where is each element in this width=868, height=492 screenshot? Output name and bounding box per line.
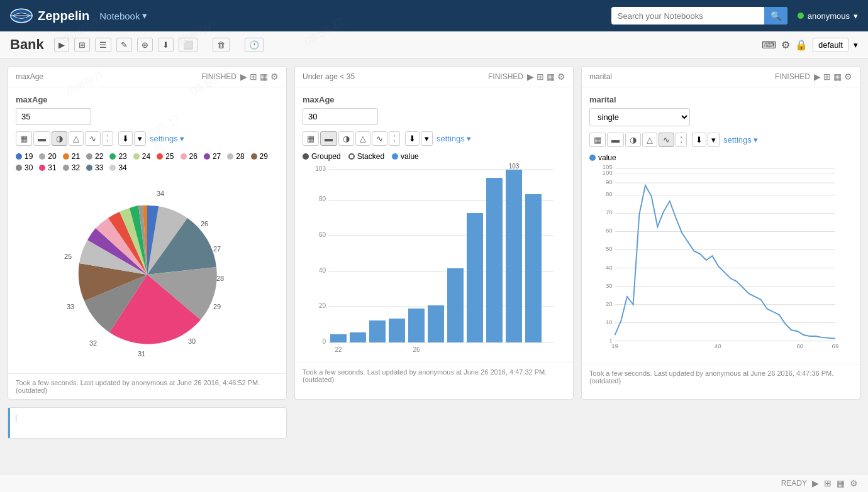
ct1-area[interactable]: △: [69, 131, 84, 146]
delete-button[interactable]: 🗑: [213, 38, 230, 52]
ct2-table[interactable]: ▦: [303, 131, 319, 146]
ct2-dropdown[interactable]: ▾: [421, 131, 433, 146]
settings-icon-button[interactable]: ⚙: [781, 39, 790, 51]
legend3-value: value: [589, 153, 616, 162]
page-toolbar: Bank ▶ ⊞ ☰ ✎ ⊕ ⬇ ⬜ 🗑 🕐 ⌨ ⚙ 🔒 default ▾: [0, 31, 868, 58]
clear-button[interactable]: ⬜: [179, 38, 198, 52]
ct2-area[interactable]: △: [355, 131, 370, 146]
value3-label: value: [598, 153, 616, 162]
legend-dot-32: [63, 165, 69, 171]
pie-label-29: 29: [213, 303, 221, 310]
schedule-button[interactable]: 🕐: [245, 38, 264, 52]
zeppelin-logo: [10, 8, 33, 23]
svg-text:50: 50: [606, 245, 613, 252]
export-button[interactable]: ⬇: [158, 38, 174, 52]
legend-item-32: 32: [63, 163, 80, 172]
panel-marital-line: marital FINISHED ▶ ⊞ ▦ ⚙ marital single …: [581, 66, 860, 400]
legend-value: value: [392, 152, 419, 161]
search-button[interactable]: 🔍: [764, 7, 787, 25]
ct3-download[interactable]: ⬇: [692, 133, 706, 147]
panel2-title: Under age < 35: [303, 72, 355, 81]
svg-text:80: 80: [606, 190, 613, 197]
run-all-paragraphs-button[interactable]: ⊞: [74, 38, 90, 52]
panel1-body: maxAge ▦ ▬ ◑ △ ∿ ⁚ ⬇ ▾ settings ▾ 19: [8, 87, 286, 373]
ct1-download[interactable]: ⬇: [118, 131, 133, 146]
notebook-menu[interactable]: Notebook ▾: [99, 10, 147, 21]
legend-item-33: 33: [86, 163, 103, 172]
panel1-chart-toolbar: ▦ ▬ ◑ △ ∿ ⁚ ⬇ ▾ settings ▾: [16, 131, 279, 146]
ct3-dropdown[interactable]: ▾: [708, 133, 720, 147]
panel1-param-input[interactable]: [16, 108, 91, 125]
panel3-param-select[interactable]: single married divorced: [589, 108, 690, 126]
svg-text:60: 60: [606, 227, 613, 234]
ct3-pie[interactable]: ◑: [625, 133, 641, 147]
panel1-expand[interactable]: ⊞: [250, 72, 257, 82]
ct3-bar[interactable]: ▬: [607, 133, 624, 147]
ct3-line[interactable]: ∿: [659, 133, 674, 147]
ct1-pie[interactable]: ◑: [52, 131, 67, 146]
panel1-settings[interactable]: ⚙: [270, 72, 279, 82]
legend-item-28: 28: [227, 152, 244, 161]
legend-dot-29: [251, 153, 257, 160]
panel1-status: FINISHED ▶ ⊞ ▦ ⚙: [201, 72, 279, 82]
ct1-table[interactable]: ▦: [16, 131, 32, 146]
panel3-chart-toolbar: ▦ ▬ ◑ △ ∿ ⁚ ⬇ ▾ settings ▾: [589, 133, 852, 147]
show-hide-button[interactable]: ☰: [95, 38, 111, 52]
panel1-legend: 19 20 21 22 23: [16, 152, 279, 172]
ct1-dropdown[interactable]: ▾: [134, 131, 146, 146]
line-chart-svg: 1 10 20 30 40 50 60 70 80 90 100 105: [589, 166, 852, 354]
user-status-dot: [798, 13, 804, 19]
pie-chart-svg: 34 26 27 28 29 30 31 32 33 25: [53, 183, 242, 359]
pie-label-34: 34: [157, 190, 164, 197]
bar-25: [389, 319, 405, 342]
panel3-header: marital FINISHED ▶ ⊞ ▦ ⚙: [582, 67, 860, 87]
panel2-param-input[interactable]: [303, 108, 378, 125]
run-all-button[interactable]: ▶: [54, 38, 69, 52]
panel2-expand[interactable]: ⊞: [537, 72, 544, 82]
panel3-param-label: marital: [589, 95, 852, 104]
ct2-bar[interactable]: ▬: [320, 131, 337, 146]
default-button[interactable]: default: [813, 38, 849, 52]
pie-label-28: 28: [216, 275, 224, 282]
panel2-table-icon[interactable]: ▦: [547, 72, 555, 82]
legend-dot-19: [16, 153, 22, 160]
edit-button[interactable]: ✎: [116, 38, 132, 52]
ct3-table[interactable]: ▦: [589, 133, 606, 147]
panel3-expand[interactable]: ⊞: [823, 72, 831, 82]
panel3-run[interactable]: ▶: [814, 72, 821, 82]
panel1-table-icon[interactable]: ▦: [260, 72, 268, 82]
ct1-settings-btn[interactable]: settings ▾: [150, 134, 184, 143]
panel2-settings[interactable]: ⚙: [557, 72, 565, 82]
legend-dot-25: [157, 153, 163, 160]
line-path: [615, 185, 835, 339]
panel3-table-icon[interactable]: ▦: [833, 72, 842, 82]
ct3-area[interactable]: △: [642, 133, 657, 147]
ct3-scatter[interactable]: ⁚: [676, 133, 687, 147]
ct1-bar[interactable]: ▬: [33, 131, 50, 146]
search-input[interactable]: [611, 8, 764, 25]
grouped-icon: [303, 153, 309, 160]
clone-button[interactable]: ⊕: [137, 38, 153, 52]
user-menu[interactable]: anonymous ▾: [798, 11, 858, 21]
panel3-settings[interactable]: ⚙: [844, 72, 852, 82]
ct3-settings-btn[interactable]: settings ▾: [723, 135, 758, 145]
legend-item-21: 21: [63, 152, 80, 161]
legend-item-29: 29: [251, 152, 268, 161]
ct2-pie[interactable]: ◑: [338, 131, 354, 146]
ct2-line[interactable]: ∿: [372, 131, 387, 146]
keyboard-icon-button[interactable]: ⌨: [762, 39, 776, 51]
svg-text:19: 19: [611, 342, 618, 349]
panel-maxage-pie: maxAge FINISHED ▶ ⊞ ▦ ⚙ maxAge ▦ ▬ ◑ △ ∿: [8, 66, 287, 400]
bar-28: [447, 268, 464, 342]
panel1-run[interactable]: ▶: [240, 72, 247, 82]
ct1-scatter[interactable]: ⁚: [102, 131, 113, 146]
pie-label-27-text: 27: [213, 245, 221, 253]
legend-item-34: 34: [109, 163, 126, 172]
panel2-run[interactable]: ▶: [527, 72, 534, 82]
ct2-settings-btn[interactable]: settings ▾: [437, 134, 471, 143]
ct2-download[interactable]: ⬇: [405, 131, 420, 146]
ct2-scatter[interactable]: ⁚: [389, 131, 400, 146]
lock-icon-button[interactable]: 🔒: [795, 39, 808, 51]
svg-text:22: 22: [335, 346, 342, 353]
ct1-line[interactable]: ∿: [85, 131, 101, 146]
